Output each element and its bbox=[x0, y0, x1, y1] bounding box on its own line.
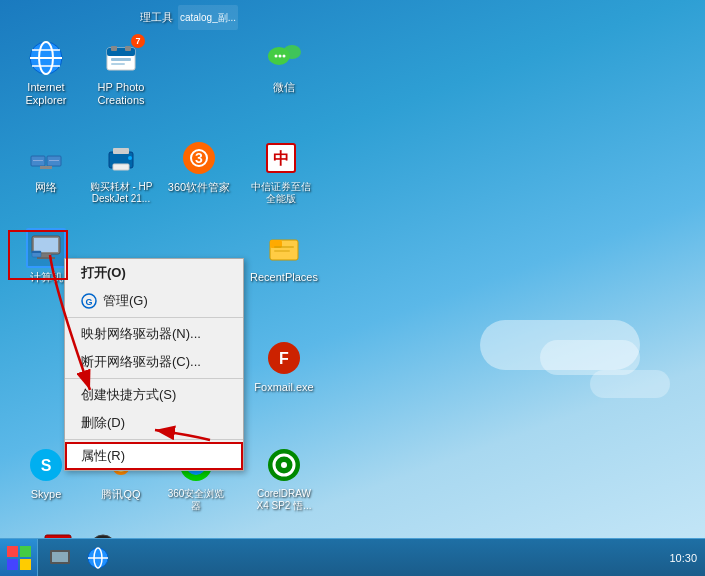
coreldraw-icon[interactable]: CorelDRAWX4 SP2 悟... bbox=[248, 445, 320, 512]
top-tools-label: 理工具 bbox=[140, 10, 173, 25]
catalog-label: catalog_副... bbox=[180, 11, 236, 25]
svg-text:F: F bbox=[279, 350, 289, 367]
svg-rect-7 bbox=[111, 46, 117, 51]
network-icon[interactable]: 网络 bbox=[10, 138, 82, 194]
taskbar-icon-2[interactable] bbox=[80, 541, 116, 575]
buy-ink-icon[interactable]: 购买耗材 - HPDeskJet 21... bbox=[85, 138, 157, 205]
internet-explorer-icon[interactable]: InternetExplorer bbox=[10, 38, 82, 107]
taskbar-icon-1[interactable] bbox=[42, 541, 78, 575]
context-menu-manage[interactable]: G 管理(G) bbox=[65, 287, 243, 315]
context-menu-create-shortcut[interactable]: 创建快捷方式(S) bbox=[65, 381, 243, 409]
svg-rect-18 bbox=[40, 166, 52, 169]
svg-rect-78 bbox=[20, 559, 31, 570]
svg-text:G: G bbox=[85, 297, 92, 307]
svg-point-24 bbox=[128, 156, 132, 160]
context-menu-delete[interactable]: 删除(D) bbox=[65, 409, 243, 437]
hp-photo-creations-icon[interactable]: 7 HP PhotoCreations bbox=[85, 38, 157, 107]
svg-text:3: 3 bbox=[195, 150, 203, 166]
svg-rect-23 bbox=[113, 164, 129, 170]
svg-point-14 bbox=[279, 55, 282, 58]
svg-rect-35 bbox=[32, 251, 41, 253]
svg-rect-77 bbox=[7, 559, 18, 570]
taskbar-icons bbox=[38, 541, 661, 575]
svg-point-12 bbox=[283, 45, 301, 59]
wechat-icon[interactable]: 微信 bbox=[248, 38, 320, 94]
context-menu-sep3 bbox=[65, 439, 243, 440]
svg-point-44 bbox=[281, 462, 287, 468]
svg-rect-20 bbox=[49, 160, 59, 161]
svg-rect-9 bbox=[111, 58, 131, 61]
svg-rect-38 bbox=[274, 246, 294, 248]
tray-time: 10:30 bbox=[669, 552, 697, 564]
360-software-icon[interactable]: 3 360软件管家 bbox=[163, 138, 235, 194]
svg-point-15 bbox=[283, 55, 286, 58]
svg-rect-19 bbox=[33, 160, 43, 161]
svg-rect-32 bbox=[41, 254, 51, 257]
svg-rect-33 bbox=[37, 257, 55, 259]
taskbar-tray: 10:30 bbox=[661, 552, 705, 564]
foxmail-icon[interactable]: F Foxmail.exe bbox=[248, 338, 320, 394]
svg-rect-75 bbox=[7, 546, 18, 557]
taskbar: 10:30 bbox=[0, 538, 705, 576]
context-menu-map-drive[interactable]: 映射网络驱动器(N)... bbox=[65, 320, 243, 348]
context-menu-open[interactable]: 打开(O) bbox=[65, 259, 243, 287]
svg-rect-10 bbox=[111, 63, 125, 65]
context-menu-sep2 bbox=[65, 378, 243, 379]
desktop: 理工具 catalog_副... InternetExplorer bbox=[0, 0, 705, 576]
svg-rect-31 bbox=[34, 238, 58, 252]
manage-icon: G bbox=[81, 293, 97, 309]
svg-rect-76 bbox=[20, 546, 31, 557]
svg-rect-39 bbox=[274, 250, 290, 252]
zhongxin-icon[interactable]: 中 中信证券至信全能版 bbox=[245, 138, 317, 205]
svg-rect-80 bbox=[52, 552, 68, 562]
svg-text:中: 中 bbox=[273, 150, 289, 167]
context-menu-disconnect[interactable]: 断开网络驱动器(C)... bbox=[65, 348, 243, 376]
recent-places-icon[interactable]: RecentPlaces bbox=[248, 228, 320, 284]
context-menu: 打开(O) G 管理(G) 映射网络驱动器(N)... 断开网络驱动器(C)..… bbox=[64, 258, 244, 471]
svg-rect-22 bbox=[113, 148, 129, 154]
svg-rect-8 bbox=[125, 46, 131, 51]
svg-point-13 bbox=[275, 55, 278, 58]
context-menu-sep1 bbox=[65, 317, 243, 318]
start-button[interactable] bbox=[0, 539, 38, 577]
svg-text:S: S bbox=[41, 457, 52, 474]
context-menu-properties[interactable]: 属性(R) bbox=[65, 442, 243, 470]
